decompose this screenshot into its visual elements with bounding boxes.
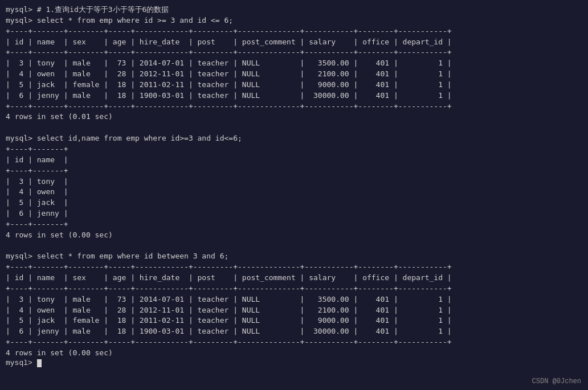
terminal-window: mysql> # 1.查询id大于等于3小于等于6的数据 mysql> sele…: [6, 5, 582, 390]
watermark-text: CSDN @0Jchen: [532, 377, 581, 385]
cursor-blink: [37, 359, 42, 367]
prompt-label: mysql>: [6, 359, 37, 367]
terminal-prompt-line: mysql>: [6, 359, 582, 367]
terminal-output: mysql> # 1.查询id大于等于3小于等于6的数据 mysql> sele…: [6, 5, 582, 359]
